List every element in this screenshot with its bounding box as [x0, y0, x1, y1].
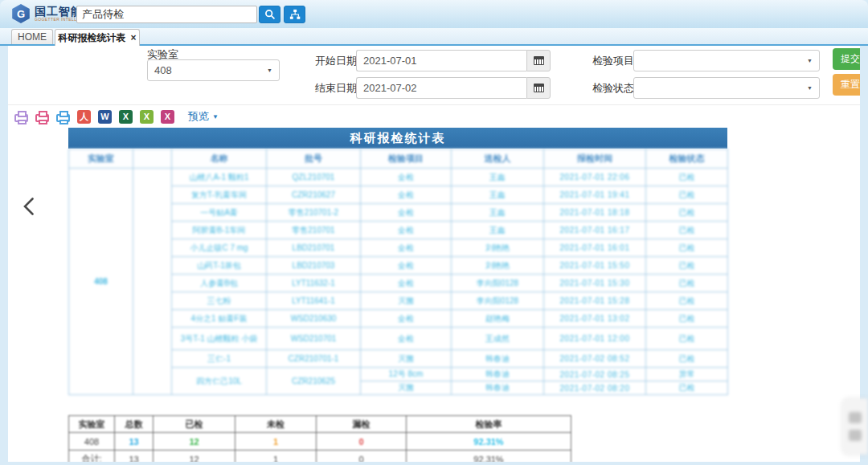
- start-date-input[interactable]: [356, 50, 526, 71]
- export-toolbar: 人WXXX预览▼: [14, 108, 219, 124]
- report-cell-item: 全检: [361, 169, 452, 186]
- report-header-row: 实验室名称批号检验项目送检人报检时间检验状态: [69, 149, 728, 169]
- report-spacer-cell: [133, 169, 172, 395]
- tab-report-label: 科研报检统计表: [58, 31, 125, 45]
- chevron-down-icon: ▼: [267, 67, 272, 73]
- report-cell-time: 2021-07-02 08:20: [544, 381, 646, 395]
- summary-column-header: 总数: [115, 416, 154, 433]
- start-date-label: 开始日期: [315, 54, 357, 68]
- report-cell-person: 刘艳艳: [452, 239, 544, 257]
- report-cell-item: 灭菌: [361, 350, 452, 368]
- report-cell-item: 全检: [361, 257, 452, 275]
- excel-pink-export-icon[interactable]: X: [161, 110, 174, 124]
- report-cell-item: 12号 8cm: [361, 368, 452, 381]
- report-cell-status: 已检: [646, 257, 728, 275]
- preview-dropdown[interactable]: 预览▼: [188, 109, 219, 124]
- summary-cell: 13: [115, 451, 154, 463]
- report-column-header: 批号: [267, 149, 361, 169]
- report-column-header: 送检人: [452, 149, 544, 169]
- word-export-icon[interactable]: W: [98, 110, 112, 124]
- report-cell-batch: WSD210630: [267, 310, 361, 328]
- summary-cell: 1: [235, 451, 317, 463]
- print-blue-icon[interactable]: [56, 114, 70, 122]
- report-cell-time: 2021-07-01 15:28: [544, 292, 646, 310]
- end-date-label: 结束日期: [315, 81, 357, 96]
- lab-select[interactable]: 408 ▼: [147, 59, 280, 81]
- summary-cell: 0: [317, 433, 407, 451]
- sitemap-button[interactable]: [284, 6, 305, 23]
- print-pink-icon[interactable]: [35, 114, 49, 122]
- preview-label: 预览: [188, 109, 209, 124]
- report-cell-item: 全检: [361, 186, 452, 204]
- filter-divider: [8, 104, 860, 105]
- tab-close-icon[interactable]: ×: [130, 34, 136, 42]
- pdf-export-icon[interactable]: 人: [77, 110, 91, 124]
- report-cell-batch: CZR210625: [267, 368, 361, 395]
- summary-cell: 12: [154, 451, 235, 463]
- excel-export-icon[interactable]: X: [119, 110, 133, 124]
- report-cell-name: 小儿止咳C 7 mg: [172, 239, 267, 257]
- report-cell-item: 全检: [361, 222, 452, 239]
- tab-report-active[interactable]: 科研报检统计表 ×: [55, 29, 140, 46]
- report-cell-person: 王鑫: [452, 186, 544, 204]
- summary-header-row: 实验室总数已检未检漏检检验率: [69, 416, 571, 433]
- end-date-calendar-button[interactable]: [526, 77, 551, 99]
- report-cell-batch: 零售210701: [267, 222, 361, 239]
- report-cell-batch: QZL210701: [267, 169, 361, 186]
- end-date-group: [356, 77, 551, 99]
- report-cell-name: 复方T-乳膏车间: [172, 186, 267, 204]
- report-cell-status: 已检: [646, 350, 728, 368]
- summary-column-header: 未检: [235, 416, 317, 433]
- report-cell-status: 已检: [646, 310, 728, 328]
- report-column-header: [133, 149, 172, 169]
- report-cell-name: 阿胶膏B-1车间: [172, 222, 267, 239]
- report-cell-item: 全检: [361, 328, 452, 350]
- collapse-panel-button[interactable]: [23, 197, 35, 219]
- search-button[interactable]: [259, 6, 280, 23]
- submit-button[interactable]: 提交: [833, 48, 860, 70]
- report-cell-status: 已检: [646, 328, 728, 350]
- report-column-header: 检验状态: [646, 149, 728, 169]
- summary-table: 实验室总数已检未检漏检检验率40813121092.31%合计:13121092…: [68, 415, 571, 462]
- summary-column-header: 已检: [154, 416, 235, 433]
- end-date-input[interactable]: [356, 77, 526, 99]
- report-cell-name: 四方仁己10L: [172, 368, 267, 395]
- report-cell-person: 李向阳0128: [452, 292, 544, 310]
- table-row: 408山楂八A-1 颗粒1QZL210701全检王鑫2021-07-01 22:…: [69, 169, 728, 186]
- summary-blurred-region: 实验室总数已检未检漏检检验率40813121092.31%合计:13121092…: [68, 415, 571, 462]
- summary-column-header: 检验率: [407, 416, 571, 433]
- report-cell-name: 3号T-1 山楂颗粒 小袋: [172, 328, 267, 350]
- report-lab-cell: 408: [69, 169, 133, 395]
- report-cell-time: 2021-07-02 08:25: [544, 368, 646, 381]
- calendar-icon: [534, 84, 544, 92]
- chevron-down-icon: ▼: [212, 113, 219, 120]
- report-cell-status: 已检: [646, 186, 728, 204]
- logo-emblem-icon: G: [11, 4, 31, 23]
- tab-home-label: HOME: [18, 31, 47, 43]
- search-input[interactable]: [76, 6, 257, 23]
- item-select[interactable]: ▼: [633, 50, 820, 71]
- summary-cell: 92.31%: [407, 451, 571, 463]
- report-cell-status: 已检: [646, 275, 728, 292]
- print-preview-icon[interactable]: [14, 114, 28, 122]
- lab-select-value: 408: [154, 64, 172, 76]
- report-cell-time: 2021-07-01 16:01: [544, 239, 646, 257]
- corner-widget-icon: [849, 430, 862, 441]
- tab-bar: HOME 科研报检统计表 ×: [0, 28, 868, 46]
- summary-cell: 408: [69, 433, 115, 451]
- excel-light-export-icon[interactable]: X: [140, 110, 154, 124]
- report-cell-person: 韩春迪: [452, 368, 544, 381]
- report-cell-time: 2021-07-01 22:06: [544, 169, 646, 186]
- report-cell-status: 异常: [646, 368, 728, 381]
- summary-cell: 0: [317, 451, 407, 463]
- report-cell-status: 已检: [646, 169, 728, 186]
- corner-widget[interactable]: [842, 398, 868, 455]
- status-select[interactable]: ▼: [633, 77, 820, 99]
- chevron-left-icon: [23, 197, 35, 216]
- start-date-calendar-button[interactable]: [526, 50, 551, 71]
- reset-button[interactable]: 重置: [833, 74, 860, 96]
- report-cell-status: 已检: [646, 239, 728, 257]
- report-cell-item: 全检: [361, 310, 452, 328]
- tab-home[interactable]: HOME: [11, 29, 53, 44]
- report-cell-status: 已检: [646, 381, 728, 395]
